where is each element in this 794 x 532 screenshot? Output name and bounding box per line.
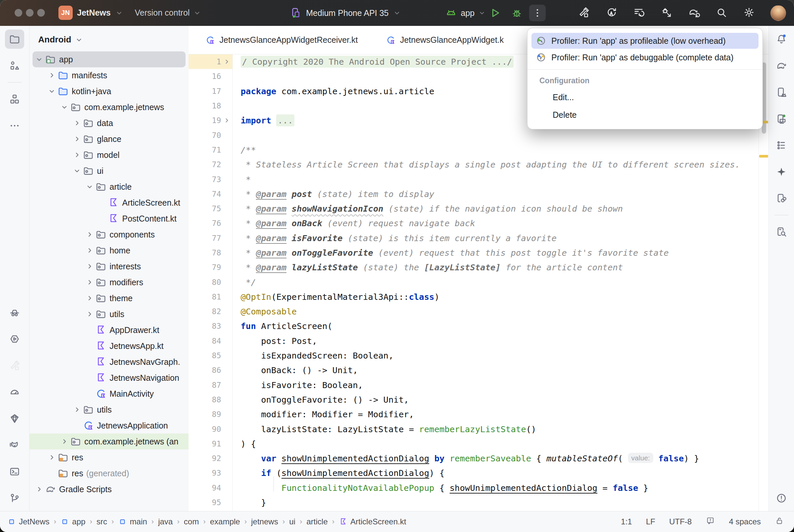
- code-line[interactable]: 84 post: Post,: [188, 334, 769, 348]
- tree-item-data[interactable]: data: [30, 115, 188, 131]
- code-line[interactable]: 74 * @param post (state) item to display: [188, 187, 769, 201]
- code-line[interactable]: 80 */: [188, 274, 769, 289]
- code-line[interactable]: 72 * Stateless Article Screen that displ…: [188, 157, 769, 172]
- attach-debugger-button[interactable]: [660, 6, 672, 20]
- chevron-down-dark-icon[interactable]: [60, 103, 69, 111]
- project-view-selector[interactable]: Android: [30, 26, 188, 52]
- close-window-button[interactable]: [15, 9, 22, 17]
- project-folder-tool-button[interactable]: [5, 30, 24, 49]
- problems-tool-button[interactable]: [772, 489, 791, 508]
- tree-item-utils[interactable]: utils: [30, 402, 188, 418]
- more-horizontal-tool-button[interactable]: [5, 116, 24, 135]
- services-tool-button[interactable]: [5, 329, 24, 348]
- running-devices-tool-button[interactable]: [772, 109, 791, 128]
- tree-item-utils[interactable]: utils: [30, 306, 188, 322]
- tree-item-ui[interactable]: ui: [30, 163, 188, 179]
- code-line[interactable]: 90 lazyListState: LazyListState = rememb…: [188, 421, 769, 436]
- breadcrumb-item[interactable]: main: [118, 517, 147, 526]
- more-run-options-button[interactable]: [529, 5, 546, 21]
- code-line[interactable]: 89 modifier: Modifier = Modifier,: [188, 407, 769, 421]
- project-selector[interactable]: JetNews: [77, 8, 111, 18]
- code-line[interactable]: 82@Composable: [188, 304, 769, 319]
- chevron-right-dark-icon[interactable]: [85, 246, 94, 255]
- chevron-right-dark-icon[interactable]: [85, 278, 94, 287]
- search-everywhere-button[interactable]: [715, 6, 727, 20]
- tree-item-appdrawer-kt[interactable]: AppDrawer.kt: [30, 322, 188, 338]
- status-file-writable[interactable]: [775, 516, 784, 527]
- tree-item-com-example-jetnews-an[interactable]: com.example.jetnews (an: [30, 434, 188, 450]
- notifications-bell-tool-button[interactable]: [772, 30, 791, 49]
- status-caret-position[interactable]: 1:1: [621, 517, 632, 526]
- tree-item-kotlin-java[interactable]: kotlin+java: [30, 83, 188, 99]
- chevron-right-dark-icon[interactable]: [85, 310, 94, 318]
- breadcrumb-item[interactable]: jetnews: [251, 517, 278, 526]
- status-file-encoding[interactable]: UTF-8: [669, 517, 692, 526]
- app-inspection-tool-button[interactable]: [5, 409, 24, 428]
- settings-gear-button[interactable]: [743, 6, 755, 20]
- popup-item-delete[interactable]: Delete: [528, 106, 762, 124]
- tree-item-jetnewsnavgraph[interactable]: JetnewsNavGraph.: [30, 354, 188, 370]
- chevron-down-dark-icon[interactable]: [48, 87, 56, 96]
- code-line[interactable]: 93 if (showUnimplementedActionDialog) {: [188, 466, 769, 480]
- user-avatar[interactable]: [771, 5, 786, 21]
- window-controls[interactable]: [15, 9, 45, 17]
- structure-list-tool-button[interactable]: [772, 136, 791, 155]
- tree-item-postcontent-kt[interactable]: PostContent.kt: [30, 211, 188, 227]
- tree-item-jetnewsapp-kt[interactable]: JetnewsApp.kt: [30, 338, 188, 354]
- editor-tab[interactable]: JetnewsGlanceAppWidgetReceiver.kt: [191, 26, 372, 54]
- tree-item-mainactivity[interactable]: MainActivity: [30, 386, 188, 402]
- device-explorer-tool-button[interactable]: [772, 222, 791, 242]
- tree-item-modifiers[interactable]: modifiers: [30, 274, 188, 290]
- chevron-right-dark-icon[interactable]: [35, 485, 43, 494]
- run-configuration-selector[interactable]: app: [445, 7, 486, 19]
- profiler-gauge-tool-button[interactable]: [5, 382, 24, 402]
- status-line-separator[interactable]: LF: [646, 517, 655, 526]
- tree-item-article[interactable]: article: [30, 179, 188, 195]
- status-inspection-widget[interactable]: [706, 516, 715, 527]
- chevron-right-dark-icon[interactable]: [48, 453, 56, 462]
- code-line[interactable]: 95 }: [188, 495, 769, 510]
- resource-manager-tool-button[interactable]: [5, 56, 24, 75]
- breadcrumb-item[interactable]: example: [210, 517, 240, 526]
- code-line[interactable]: 78 * @param onToggleFavorite (event) req…: [188, 245, 769, 260]
- tree-item-app[interactable]: app: [33, 52, 186, 67]
- code-line[interactable]: 73 *: [188, 172, 769, 186]
- breadcrumb-item[interactable]: ArticleScreen.kt: [339, 517, 406, 526]
- popup-item-edit[interactable]: Edit...: [528, 89, 762, 106]
- chevron-right-dark-icon[interactable]: [73, 135, 81, 143]
- zoom-window-button[interactable]: [37, 9, 45, 17]
- chevron-right-dark-icon[interactable]: [85, 230, 94, 239]
- tree-item-model[interactable]: model: [30, 147, 188, 163]
- code-line[interactable]: 71/**: [188, 142, 769, 157]
- chevron-down-dark-icon[interactable]: [35, 55, 43, 64]
- tree-item-components[interactable]: components: [30, 227, 188, 243]
- git-branch-tool-button[interactable]: [5, 489, 24, 508]
- chevron-right-dark-icon[interactable]: [60, 437, 69, 446]
- app-quality-insights-tool-button[interactable]: [5, 303, 24, 322]
- breadcrumb-item[interactable]: src: [97, 517, 107, 526]
- terminal-tool-button[interactable]: [5, 462, 24, 481]
- fold-arrow-icon[interactable]: [223, 116, 231, 125]
- fold-arrow-icon[interactable]: [223, 58, 231, 66]
- chevron-down-dark-icon[interactable]: [73, 167, 81, 175]
- device-manager-tool-button[interactable]: [772, 82, 791, 102]
- device-mirroring-tool-button[interactable]: [772, 189, 791, 208]
- gradle-sync-button[interactable]: [688, 6, 700, 20]
- code-line[interactable]: 88 onToggleFavorite: () -> Unit,: [188, 392, 769, 407]
- tree-item-gradle-scripts[interactable]: Gradle Scripts: [30, 481, 188, 497]
- chevron-right-dark-icon[interactable]: [85, 262, 94, 271]
- breadcrumb-item[interactable]: java: [158, 517, 172, 526]
- code-line[interactable]: 70: [188, 128, 769, 142]
- chevron-right-dark-icon[interactable]: [73, 405, 81, 414]
- chevron-down-dark-icon[interactable]: [85, 183, 94, 191]
- breadcrumb-item[interactable]: app: [60, 517, 85, 526]
- tree-item-jetnewsnavigation[interactable]: JetnewsNavigation: [30, 370, 188, 386]
- code-line[interactable]: 76 * @param onBack (event) request navig…: [188, 216, 769, 230]
- structure-blocks-tool-button[interactable]: [5, 90, 24, 109]
- profiler-sessions-button[interactable]: [633, 6, 645, 20]
- device-selector[interactable]: Medium Phone API 35: [290, 7, 401, 19]
- status-indent-setting[interactable]: 4 spaces: [729, 517, 761, 526]
- code-line[interactable]: 83fun ArticleScreen(: [188, 319, 769, 333]
- tree-item-interests[interactable]: interests: [30, 259, 188, 274]
- popup-item[interactable]: Profiler: Run 'app' as debuggable (compl…: [532, 50, 758, 65]
